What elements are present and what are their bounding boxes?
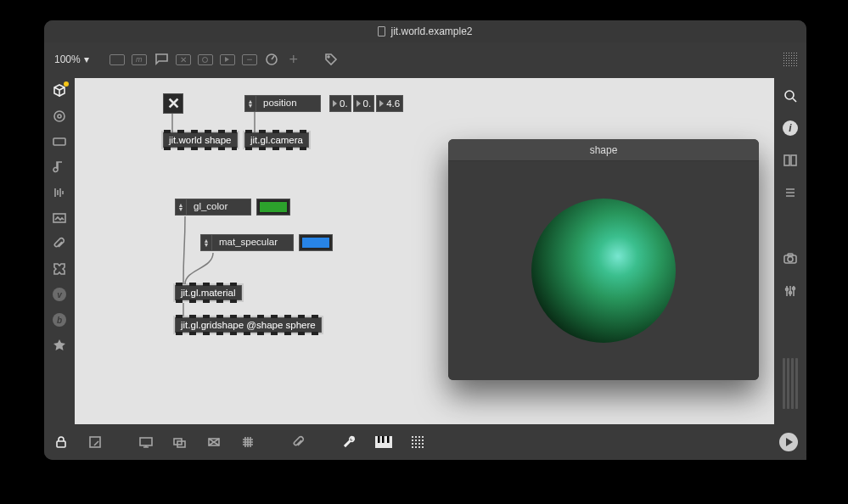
playback-icon[interactable] xyxy=(52,185,67,200)
object-jit-gl-camera[interactable]: jit.gl.camera xyxy=(244,132,309,148)
comment-box-icon[interactable] xyxy=(152,50,171,69)
x-box-icon[interactable]: ✕ xyxy=(174,50,193,69)
zoom-value: 100% xyxy=(54,53,81,65)
svg-rect-25 xyxy=(387,436,390,443)
object-jit-gl-gridshape[interactable]: jit.gl.gridshape @shape sphere xyxy=(175,317,322,333)
document-icon xyxy=(378,26,385,36)
toggle-x-icon: ✕ xyxy=(167,94,180,113)
main-area: v b ✕ ▲▼ position 0. xyxy=(44,78,774,424)
object-jit-world[interactable]: jit.world shape xyxy=(163,132,238,148)
object-palette: m ✕ − + xyxy=(108,50,340,69)
window-titlebar[interactable]: jit.world.example2 xyxy=(44,20,806,42)
play-button[interactable] xyxy=(779,433,798,451)
attachment-icon[interactable] xyxy=(52,236,67,251)
play-box-icon[interactable] xyxy=(218,50,237,69)
patcher-canvas[interactable]: ✕ ▲▼ position 0. 0. 4.6 jit.world shape … xyxy=(75,78,774,424)
svg-rect-7 xyxy=(784,155,789,165)
triangle-icon xyxy=(379,100,384,107)
position-number-row: 0. 0. 4.6 xyxy=(329,95,403,112)
right-sidebar: i xyxy=(774,78,806,460)
sphere-render xyxy=(531,199,676,343)
num-val: 4.6 xyxy=(386,98,400,109)
object-jit-gl-material[interactable]: jit.gl.material xyxy=(175,285,242,300)
number-box[interactable]: 0. xyxy=(329,95,351,112)
bottom-toolbar xyxy=(44,424,806,460)
window-title: jit.world.example2 xyxy=(390,25,472,37)
color-swatch[interactable] xyxy=(256,199,290,216)
render-canvas xyxy=(448,161,759,380)
star-icon[interactable] xyxy=(52,338,67,353)
attrui-mat-specular[interactable]: ▲▼ mat_specular xyxy=(200,234,333,251)
wrench-icon[interactable] xyxy=(341,434,358,451)
top-toolbar: 100% ▾ m ✕ − + xyxy=(44,42,806,76)
object-text: jit.world shape xyxy=(169,135,232,145)
search-icon[interactable] xyxy=(781,87,800,105)
navigator-icon[interactable] xyxy=(205,434,222,451)
object-text: jit.gl.gridshape @shape sphere xyxy=(181,320,316,330)
attrui-label: position xyxy=(256,95,321,112)
note-icon[interactable] xyxy=(52,160,67,175)
toggle-object[interactable]: ✕ xyxy=(163,93,183,114)
info-icon[interactable]: i xyxy=(781,119,800,137)
dots-icon[interactable] xyxy=(409,434,426,451)
v-icon[interactable]: v xyxy=(52,287,67,302)
vu-meter xyxy=(782,350,799,409)
svg-rect-23 xyxy=(378,436,380,443)
svg-point-6 xyxy=(785,91,794,99)
chevron-down-icon: ▾ xyxy=(84,53,89,65)
grid-toggle-icon[interactable] xyxy=(239,434,256,451)
package-icon[interactable] xyxy=(52,83,67,98)
image-icon[interactable] xyxy=(52,210,67,226)
split-icon[interactable] xyxy=(781,151,800,170)
attrui-label: gl_color xyxy=(187,199,251,216)
render-window-title-text: shape xyxy=(590,144,618,156)
render-window-title[interactable]: shape xyxy=(448,139,759,161)
svg-rect-8 xyxy=(791,155,796,165)
attrui-arrows-icon[interactable]: ▲▼ xyxy=(175,199,187,216)
target-icon[interactable] xyxy=(52,109,67,124)
num-val: 0. xyxy=(340,98,348,109)
list-icon[interactable] xyxy=(781,183,800,202)
number-box[interactable]: 0. xyxy=(353,95,375,112)
attrui-arrows-icon[interactable]: ▲▼ xyxy=(200,234,212,251)
svg-point-3 xyxy=(58,115,61,118)
layers-icon[interactable] xyxy=(171,434,188,451)
mixer-icon[interactable] xyxy=(781,282,800,300)
svg-rect-4 xyxy=(53,138,65,145)
zoom-dropdown[interactable]: 100% ▾ xyxy=(51,53,93,65)
triangle-icon xyxy=(333,100,337,107)
play-icon xyxy=(786,438,793,446)
object-text: jit.gl.material xyxy=(181,288,236,298)
color-swatch[interactable] xyxy=(299,234,333,251)
camera-icon[interactable] xyxy=(781,249,800,268)
num-val: 0. xyxy=(363,98,372,109)
dial-icon[interactable] xyxy=(262,50,281,69)
expand-icon[interactable] xyxy=(87,434,104,451)
triangle-icon xyxy=(357,100,361,107)
paperclip-icon[interactable] xyxy=(290,434,307,451)
attrui-gl-color[interactable]: ▲▼ gl_color xyxy=(175,199,290,216)
svg-rect-17 xyxy=(90,437,100,447)
attrui-position[interactable]: ▲▼ position xyxy=(244,95,321,112)
svg-rect-18 xyxy=(140,438,152,445)
b-icon[interactable]: b xyxy=(52,312,67,328)
new-patcher-icon[interactable] xyxy=(108,50,126,69)
svg-point-2 xyxy=(54,111,65,121)
minus-box-icon[interactable]: − xyxy=(240,50,259,69)
m-box-icon[interactable]: m xyxy=(130,50,149,69)
number-box[interactable]: 4.6 xyxy=(376,95,403,112)
render-window[interactable]: shape xyxy=(448,139,759,380)
lock-icon[interactable] xyxy=(53,434,70,451)
app-window: jit.world.example2 100% ▾ m ✕ − + xyxy=(44,20,806,460)
attrui-arrows-icon[interactable]: ▲▼ xyxy=(244,95,256,112)
svg-point-10 xyxy=(788,257,793,262)
svg-rect-16 xyxy=(57,441,65,447)
calendar-grid-icon[interactable] xyxy=(781,50,800,69)
piano-icon[interactable] xyxy=(375,434,392,451)
plugin-icon[interactable] xyxy=(52,261,67,277)
bpatcher-icon[interactable] xyxy=(52,134,67,149)
tag-icon[interactable] xyxy=(322,50,340,69)
plus-icon[interactable]: + xyxy=(284,50,303,69)
presentation-icon[interactable] xyxy=(138,434,154,451)
circle-box-icon[interactable] xyxy=(196,50,215,69)
